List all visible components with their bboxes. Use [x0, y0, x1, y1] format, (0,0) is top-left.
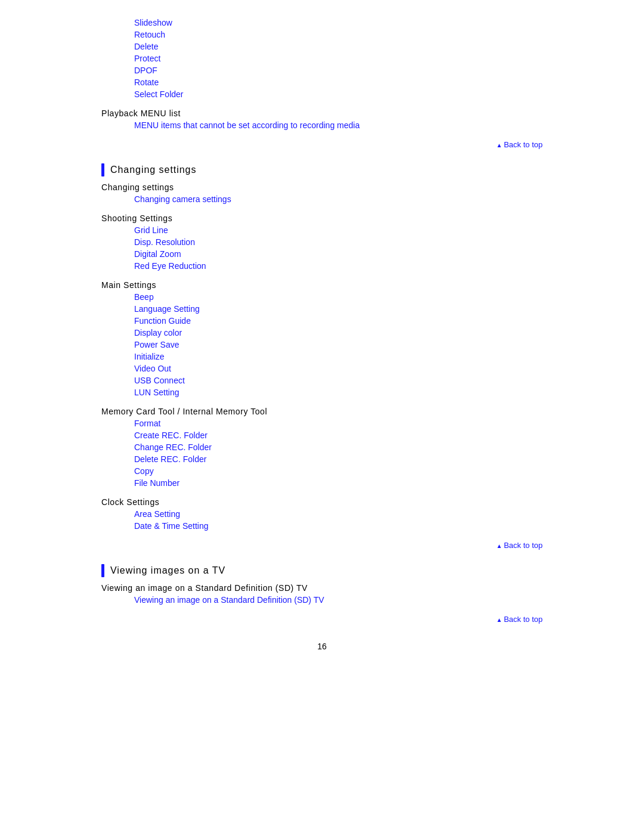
link-create-rec-folder[interactable]: Create REC. Folder — [134, 431, 543, 440]
link-rotate[interactable]: Rotate — [134, 78, 543, 87]
back-to-top-link-2[interactable]: Back to top — [496, 541, 543, 550]
changing-settings-header: Changing settings — [101, 163, 543, 176]
clock-settings-block: Clock Settings Area Setting Date & Time … — [101, 497, 543, 531]
link-delete[interactable]: Delete — [134, 42, 543, 51]
playback-menu-label: Playback MENU list — [101, 109, 543, 118]
link-power-save[interactable]: Power Save — [134, 340, 543, 349]
memory-card-tool-block: Memory Card Tool / Internal Memory Tool … — [101, 407, 543, 488]
link-language-setting[interactable]: Language Setting — [134, 304, 543, 314]
page-number-row: 16 — [101, 642, 543, 651]
changing-settings-sub-block: Changing settings Changing camera settin… — [101, 182, 543, 204]
memory-card-tool-label: Memory Card Tool / Internal Memory Tool — [101, 407, 543, 416]
playback-menu-link[interactable]: MENU items that cannot be set according … — [134, 120, 543, 130]
link-video-out[interactable]: Video Out — [134, 364, 543, 373]
link-change-rec-folder[interactable]: Change REC. Folder — [134, 442, 543, 452]
link-dpof[interactable]: DPOF — [134, 66, 543, 75]
back-to-top-link-3[interactable]: Back to top — [496, 615, 543, 624]
link-format[interactable]: Format — [134, 419, 543, 428]
link-usb-connect[interactable]: USB Connect — [134, 376, 543, 385]
link-slideshow[interactable]: Slideshow — [134, 18, 543, 27]
main-settings-label: Main Settings — [101, 280, 543, 290]
viewing-tv-block: Viewing an image on a Standard Definitio… — [101, 583, 543, 605]
link-area-setting[interactable]: Area Setting — [134, 509, 543, 519]
link-delete-rec-folder[interactable]: Delete REC. Folder — [134, 454, 543, 464]
link-red-eye-reduction[interactable]: Red Eye Reduction — [134, 261, 543, 271]
changing-settings-title: Changing settings — [110, 165, 196, 175]
link-function-guide[interactable]: Function Guide — [134, 316, 543, 326]
link-protect[interactable]: Protect — [134, 54, 543, 63]
shooting-settings-block: Shooting Settings Grid Line Disp. Resolu… — [101, 213, 543, 271]
link-digital-zoom[interactable]: Digital Zoom — [134, 249, 543, 259]
back-to-top-link-1[interactable]: Back to top — [496, 140, 543, 149]
page-container: Slideshow Retouch Delete Protect DPOF Ro… — [89, 0, 555, 687]
section-bar-changing-settings — [101, 163, 104, 176]
main-settings-block: Main Settings Beep Language Setting Func… — [101, 280, 543, 397]
back-to-top-row-1: Back to top — [101, 140, 543, 149]
link-date-time-setting[interactable]: Date & Time Setting — [134, 521, 543, 531]
clock-settings-label: Clock Settings — [101, 497, 543, 507]
link-file-number[interactable]: File Number — [134, 478, 543, 488]
link-grid-line[interactable]: Grid Line — [134, 225, 543, 235]
playback-links-block: Slideshow Retouch Delete Protect DPOF Ro… — [101, 18, 543, 99]
link-select-folder[interactable]: Select Folder — [134, 89, 543, 99]
playback-menu-block: Playback MENU list MENU items that canno… — [101, 109, 543, 130]
back-to-top-row-2: Back to top — [101, 540, 543, 550]
changing-settings-sub-label: Changing settings — [101, 182, 543, 192]
viewing-sd-tv-label: Viewing an image on a Standard Definitio… — [101, 583, 543, 593]
link-disp-resolution[interactable]: Disp. Resolution — [134, 237, 543, 247]
section-bar-viewing-tv — [101, 564, 104, 577]
link-lun-setting[interactable]: LUN Setting — [134, 388, 543, 397]
link-display-color[interactable]: Display color — [134, 328, 543, 337]
link-initialize[interactable]: Initialize — [134, 352, 543, 361]
shooting-settings-label: Shooting Settings — [101, 213, 543, 223]
link-retouch[interactable]: Retouch — [134, 30, 543, 39]
link-beep[interactable]: Beep — [134, 292, 543, 302]
back-to-top-row-3: Back to top — [101, 614, 543, 624]
link-copy[interactable]: Copy — [134, 466, 543, 476]
link-viewing-sd-tv[interactable]: Viewing an image on a Standard Definitio… — [134, 595, 543, 605]
page-number: 16 — [317, 642, 327, 651]
link-changing-camera-settings[interactable]: Changing camera settings — [134, 194, 543, 204]
viewing-tv-title: Viewing images on a TV — [110, 565, 225, 576]
viewing-tv-header: Viewing images on a TV — [101, 564, 543, 577]
